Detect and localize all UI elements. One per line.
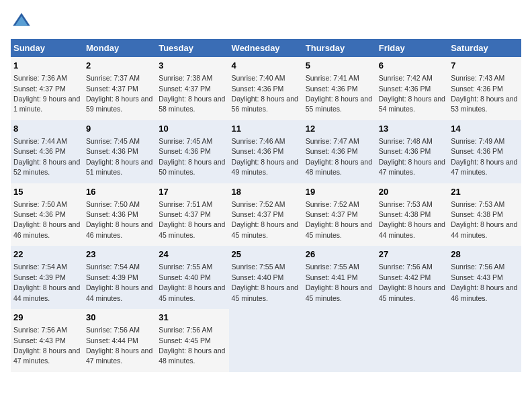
cell-content: Sunrise: 7:37 AMSunset: 4:37 PMDaylight:… (86, 74, 152, 113)
cell-content: Sunrise: 7:53 AMSunset: 4:38 PMDaylight:… (451, 200, 517, 239)
day-number: 8 (13, 123, 81, 135)
cell-content: Sunrise: 7:55 AMSunset: 4:41 PMDaylight:… (306, 263, 372, 302)
calendar-cell: 18Sunrise: 7:52 AMSunset: 4:37 PMDayligh… (229, 183, 303, 246)
calendar-cell (376, 309, 448, 372)
header-row: SundayMondayTuesdayWednesdayThursdayFrid… (11, 39, 521, 57)
day-number: 24 (159, 248, 226, 261)
cell-content: Sunrise: 7:56 AMSunset: 4:44 PMDaylight:… (86, 326, 152, 365)
calendar-cell: 8Sunrise: 7:44 AMSunset: 4:36 PMDaylight… (11, 120, 83, 183)
day-number: 10 (159, 123, 226, 135)
cell-content: Sunrise: 7:47 AMSunset: 4:36 PMDaylight:… (306, 137, 372, 176)
calendar-cell (448, 309, 521, 372)
cell-content: Sunrise: 7:56 AMSunset: 4:43 PMDaylight:… (13, 326, 80, 365)
cell-content: Sunrise: 7:46 AMSunset: 4:36 PMDaylight:… (232, 137, 298, 176)
calendar-cell: 29Sunrise: 7:56 AMSunset: 4:43 PMDayligh… (11, 309, 83, 372)
day-number: 29 (13, 312, 81, 324)
cell-content: Sunrise: 7:49 AMSunset: 4:36 PMDaylight:… (451, 137, 517, 176)
weekday-header: Wednesday (229, 39, 303, 57)
calendar-table: SundayMondayTuesdayWednesdayThursdayFrid… (11, 39, 521, 372)
cell-content: Sunrise: 7:41 AMSunset: 4:36 PMDaylight:… (306, 74, 372, 113)
day-number: 26 (306, 248, 373, 261)
day-number: 7 (451, 60, 519, 72)
calendar-cell: 3Sunrise: 7:38 AMSunset: 4:37 PMDaylight… (156, 57, 228, 120)
day-number: 21 (451, 186, 519, 198)
weekday-header: Thursday (303, 39, 376, 57)
calendar-cell: 13Sunrise: 7:48 AMSunset: 4:36 PMDayligh… (376, 120, 448, 183)
day-number: 3 (159, 60, 226, 72)
cell-content: Sunrise: 7:51 AMSunset: 4:37 PMDaylight:… (159, 200, 225, 239)
calendar-cell: 23Sunrise: 7:54 AMSunset: 4:39 PMDayligh… (83, 246, 156, 309)
calendar-cell: 20Sunrise: 7:53 AMSunset: 4:38 PMDayligh… (376, 183, 448, 246)
cell-content: Sunrise: 7:54 AMSunset: 4:39 PMDaylight:… (86, 263, 152, 302)
day-number: 25 (232, 248, 300, 261)
day-number: 11 (232, 123, 300, 135)
cell-content: Sunrise: 7:45 AMSunset: 4:36 PMDaylight:… (159, 137, 225, 176)
day-number: 28 (451, 248, 519, 261)
day-number: 22 (13, 248, 81, 261)
calendar-cell: 17Sunrise: 7:51 AMSunset: 4:37 PMDayligh… (156, 183, 228, 246)
calendar-cell: 5Sunrise: 7:41 AMSunset: 4:36 PMDaylight… (303, 57, 376, 120)
cell-content: Sunrise: 7:45 AMSunset: 4:36 PMDaylight:… (86, 137, 152, 176)
weekday-header: Saturday (448, 39, 521, 57)
day-number: 17 (159, 186, 226, 198)
cell-content: Sunrise: 7:44 AMSunset: 4:36 PMDaylight:… (13, 137, 80, 176)
calendar-week-row: 8Sunrise: 7:44 AMSunset: 4:36 PMDaylight… (11, 120, 521, 183)
calendar-cell: 12Sunrise: 7:47 AMSunset: 4:36 PMDayligh… (303, 120, 376, 183)
calendar-cell: 14Sunrise: 7:49 AMSunset: 4:36 PMDayligh… (448, 120, 521, 183)
weekday-header: Sunday (11, 39, 83, 57)
calendar-cell: 7Sunrise: 7:43 AMSunset: 4:36 PMDaylight… (448, 57, 521, 120)
calendar-cell: 27Sunrise: 7:56 AMSunset: 4:42 PMDayligh… (376, 246, 448, 309)
day-number: 19 (306, 186, 373, 198)
calendar-cell: 6Sunrise: 7:42 AMSunset: 4:36 PMDaylight… (376, 57, 448, 120)
calendar-cell: 21Sunrise: 7:53 AMSunset: 4:38 PMDayligh… (448, 183, 521, 246)
calendar-cell: 1Sunrise: 7:36 AMSunset: 4:37 PMDaylight… (11, 57, 83, 120)
day-number: 5 (306, 60, 373, 72)
calendar-cell: 22Sunrise: 7:54 AMSunset: 4:39 PMDayligh… (11, 246, 83, 309)
day-number: 4 (232, 60, 300, 72)
day-number: 20 (379, 186, 445, 198)
day-number: 23 (86, 248, 153, 261)
weekday-header: Tuesday (156, 39, 228, 57)
day-number: 12 (306, 123, 373, 135)
calendar-cell: 9Sunrise: 7:45 AMSunset: 4:36 PMDaylight… (83, 120, 156, 183)
cell-content: Sunrise: 7:56 AMSunset: 4:43 PMDaylight:… (451, 263, 517, 302)
cell-content: Sunrise: 7:50 AMSunset: 4:36 PMDaylight:… (13, 200, 80, 239)
cell-content: Sunrise: 7:42 AMSunset: 4:36 PMDaylight:… (379, 74, 445, 113)
cell-content: Sunrise: 7:38 AMSunset: 4:37 PMDaylight:… (159, 74, 225, 113)
calendar-week-row: 29Sunrise: 7:56 AMSunset: 4:43 PMDayligh… (11, 309, 521, 372)
calendar-week-row: 22Sunrise: 7:54 AMSunset: 4:39 PMDayligh… (11, 246, 521, 309)
cell-content: Sunrise: 7:40 AMSunset: 4:36 PMDaylight:… (232, 74, 298, 113)
calendar-week-row: 1Sunrise: 7:36 AMSunset: 4:37 PMDaylight… (11, 57, 521, 120)
cell-content: Sunrise: 7:43 AMSunset: 4:36 PMDaylight:… (451, 74, 517, 113)
calendar-cell: 4Sunrise: 7:40 AMSunset: 4:36 PMDaylight… (229, 57, 303, 120)
cell-content: Sunrise: 7:48 AMSunset: 4:36 PMDaylight:… (379, 137, 445, 176)
cell-content: Sunrise: 7:56 AMSunset: 4:45 PMDaylight:… (159, 326, 225, 365)
day-number: 15 (13, 186, 81, 198)
day-number: 27 (379, 248, 445, 261)
cell-content: Sunrise: 7:53 AMSunset: 4:38 PMDaylight:… (379, 200, 445, 239)
weekday-header: Friday (376, 39, 448, 57)
cell-content: Sunrise: 7:56 AMSunset: 4:42 PMDaylight:… (379, 263, 445, 302)
calendar-cell: 31Sunrise: 7:56 AMSunset: 4:45 PMDayligh… (156, 309, 228, 372)
day-number: 16 (86, 186, 153, 198)
calendar-cell: 24Sunrise: 7:55 AMSunset: 4:40 PMDayligh… (156, 246, 228, 309)
day-number: 14 (451, 123, 519, 135)
calendar-cell: 28Sunrise: 7:56 AMSunset: 4:43 PMDayligh… (448, 246, 521, 309)
cell-content: Sunrise: 7:36 AMSunset: 4:37 PMDaylight:… (13, 74, 80, 113)
cell-content: Sunrise: 7:52 AMSunset: 4:37 PMDaylight:… (232, 200, 298, 239)
day-number: 9 (86, 123, 153, 135)
logo-icon (11, 11, 32, 32)
calendar-cell: 15Sunrise: 7:50 AMSunset: 4:36 PMDayligh… (11, 183, 83, 246)
cell-content: Sunrise: 7:55 AMSunset: 4:40 PMDaylight:… (159, 263, 225, 302)
cell-content: Sunrise: 7:55 AMSunset: 4:40 PMDaylight:… (232, 263, 298, 302)
day-number: 18 (232, 186, 300, 198)
calendar-cell: 19Sunrise: 7:52 AMSunset: 4:37 PMDayligh… (303, 183, 376, 246)
calendar-cell (303, 309, 376, 372)
day-number: 30 (86, 312, 153, 324)
cell-content: Sunrise: 7:54 AMSunset: 4:39 PMDaylight:… (13, 263, 80, 302)
calendar-cell: 11Sunrise: 7:46 AMSunset: 4:36 PMDayligh… (229, 120, 303, 183)
day-number: 13 (379, 123, 445, 135)
day-number: 31 (159, 312, 226, 324)
day-number: 6 (379, 60, 445, 72)
header (11, 11, 521, 32)
